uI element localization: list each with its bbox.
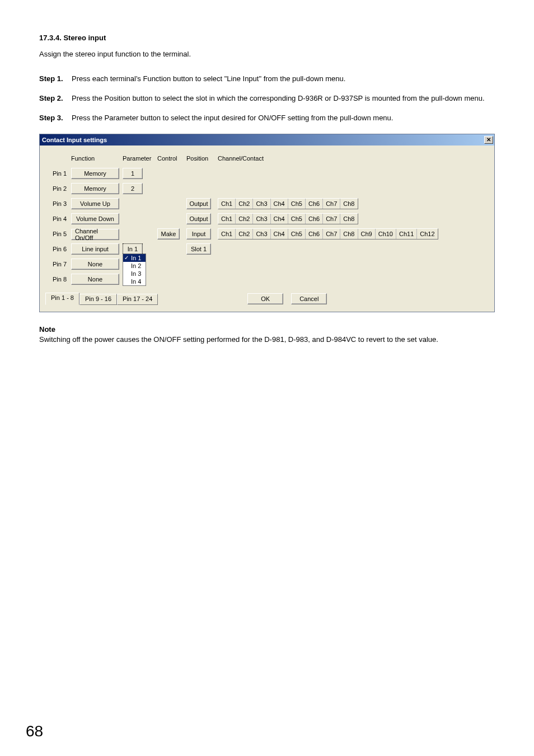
- channel-tab[interactable]: Ch11: [396, 229, 417, 239]
- note-heading: Note: [39, 325, 495, 335]
- intro-text: Assign the stereo input function to the …: [39, 50, 495, 58]
- pin-tab-9-16[interactable]: Pin 9 - 16: [79, 294, 117, 305]
- channel-tab[interactable]: Ch5: [288, 229, 306, 239]
- channel-tab[interactable]: Ch10: [376, 229, 396, 239]
- channel-tab[interactable]: Ch6: [306, 214, 323, 224]
- channel-tab[interactable]: Ch1: [218, 199, 236, 209]
- channel-tabs-12[interactable]: Ch1 Ch2 Ch3 Ch4 Ch5 Ch6 Ch7 Ch8 Ch9 Ch10…: [218, 228, 438, 240]
- channel-tab[interactable]: Ch4: [271, 229, 288, 239]
- pin-label: Pin 7: [45, 261, 71, 267]
- dropdown-item[interactable]: In 4: [123, 278, 146, 285]
- step-1: Step 1. Press each terminal's Function b…: [39, 74, 495, 84]
- dropdown-item[interactable]: In 1: [123, 254, 146, 262]
- step-label: Step 3.: [39, 113, 72, 124]
- channel-tab[interactable]: Ch2: [236, 199, 253, 209]
- channel-tabs-8[interactable]: Ch1 Ch2 Ch3 Ch4 Ch5 Ch6 Ch7 Ch8: [218, 213, 358, 224]
- function-button[interactable]: Volume Down: [71, 213, 119, 224]
- channel-tab[interactable]: Ch8: [340, 199, 357, 209]
- step-3: Step 3. Press the Parameter button to se…: [39, 113, 495, 124]
- function-button[interactable]: Volume Up: [71, 198, 119, 209]
- channel-tab[interactable]: Ch6: [306, 229, 323, 239]
- function-button[interactable]: None: [71, 259, 119, 270]
- header-parameter: Parameter: [123, 155, 157, 162]
- function-button[interactable]: Line input: [71, 243, 119, 255]
- control-button[interactable]: Make: [157, 228, 180, 240]
- pin-label: Pin 4: [45, 215, 71, 222]
- channel-tab[interactable]: Ch6: [306, 199, 323, 209]
- header-position: Position: [186, 155, 218, 162]
- channel-tab[interactable]: Ch2: [236, 214, 253, 224]
- ok-button[interactable]: OK: [247, 293, 283, 304]
- step-body: Press each terminal's Function button to…: [72, 74, 495, 84]
- channel-tab[interactable]: Ch5: [288, 199, 306, 209]
- header-function: Function: [71, 155, 123, 162]
- function-button[interactable]: Channel On/Off: [71, 229, 119, 240]
- pin-tab-1-8[interactable]: Pin 1 - 8: [45, 293, 79, 305]
- channel-tab[interactable]: Ch7: [323, 199, 340, 209]
- function-button[interactable]: Memory: [71, 168, 119, 179]
- channel-tab[interactable]: Ch5: [288, 214, 306, 224]
- channel-tabs-8[interactable]: Ch1 Ch2 Ch3 Ch4 Ch5 Ch6 Ch7 Ch8: [218, 198, 358, 209]
- pin-label: Pin 3: [45, 200, 71, 207]
- pin-row-5: Pin 5 Channel On/Off Make Input Ch1 Ch2 …: [45, 227, 489, 242]
- step-2: Step 2. Press the Position button to sel…: [39, 93, 495, 104]
- column-headers: Function Parameter Control Position Chan…: [45, 151, 489, 166]
- channel-tab[interactable]: Ch3: [253, 199, 270, 209]
- parameter-dropdown[interactable]: In 1 In 2 In 3 In 4: [123, 253, 146, 286]
- function-button[interactable]: None: [71, 274, 119, 285]
- channel-tab[interactable]: Ch12: [417, 229, 437, 239]
- position-button[interactable]: Output: [186, 198, 211, 209]
- parameter-button[interactable]: 1: [123, 168, 143, 179]
- channel-tab[interactable]: Ch1: [218, 229, 236, 239]
- dropdown-item[interactable]: In 2: [123, 262, 146, 270]
- section-title: Stereo input: [63, 34, 106, 42]
- position-button[interactable]: Output: [186, 213, 211, 224]
- pin-label: Pin 8: [45, 276, 71, 283]
- note-body: Switching off the power causes the ON/OF…: [39, 335, 495, 345]
- parameter-button[interactable]: 2: [123, 183, 143, 194]
- pin-label: Pin 2: [45, 185, 71, 192]
- channel-tab[interactable]: Ch7: [323, 229, 340, 239]
- pin-label: Pin 5: [45, 231, 71, 237]
- section-number: 17.3.4.: [39, 34, 62, 42]
- contact-input-settings-dialog: Contact Input settings ✕ Function Parame…: [39, 134, 495, 312]
- channel-tab[interactable]: Ch3: [253, 229, 270, 239]
- step-label: Step 1.: [39, 74, 72, 84]
- dialog-title: Contact Input settings: [42, 137, 107, 143]
- pin-tab-17-24[interactable]: Pin 17 - 24: [117, 294, 158, 305]
- note-block: Note Switching off the power causes the …: [39, 325, 495, 346]
- channel-tab[interactable]: Ch2: [236, 229, 253, 239]
- pin-row-8: Pin 8 None: [45, 272, 489, 287]
- pin-row-1: Pin 1 Memory 1: [45, 166, 489, 181]
- page-number: 68: [26, 722, 43, 740]
- channel-tab[interactable]: Ch9: [358, 229, 376, 239]
- close-icon[interactable]: ✕: [484, 136, 493, 144]
- step-label: Step 2.: [39, 93, 72, 104]
- titlebar[interactable]: Contact Input settings ✕: [40, 134, 494, 145]
- channel-tab[interactable]: Ch7: [323, 214, 340, 224]
- pin-range-tabs: Pin 1 - 8 Pin 9 - 16 Pin 17 - 24: [45, 293, 158, 305]
- pin-label: Pin 1: [45, 170, 71, 177]
- header-control: Control: [157, 155, 186, 162]
- pin-row-3: Pin 3 Volume Up Output Ch1 Ch2 Ch3 Ch4 C…: [45, 196, 489, 212]
- pin-row-4: Pin 4 Volume Down Output Ch1 Ch2 Ch3 Ch4…: [45, 212, 489, 227]
- channel-tab[interactable]: Ch4: [271, 214, 288, 224]
- step-body: Press the Parameter button to select the…: [72, 113, 495, 124]
- dropdown-item[interactable]: In 3: [123, 270, 146, 278]
- channel-tab[interactable]: Ch3: [253, 214, 270, 224]
- pin-row-2: Pin 2 Memory 2: [45, 181, 489, 196]
- channel-tab[interactable]: Ch1: [218, 214, 236, 224]
- cancel-button[interactable]: Cancel: [291, 293, 327, 304]
- header-channel: Channel/Contact: [218, 155, 489, 162]
- pin-label: Pin 6: [45, 246, 71, 252]
- position-button[interactable]: Slot 1: [186, 243, 211, 255]
- pin-row-6: Pin 6 Line input In 1 Slot 1: [45, 242, 489, 257]
- pin-row-7: Pin 7 None: [45, 257, 489, 272]
- function-button[interactable]: Memory: [71, 183, 119, 194]
- channel-tab[interactable]: Ch8: [340, 214, 357, 224]
- position-button[interactable]: Input: [186, 228, 211, 240]
- channel-tab[interactable]: Ch4: [271, 199, 288, 209]
- channel-tab[interactable]: Ch8: [340, 229, 358, 239]
- step-body: Press the Position button to select the …: [72, 93, 495, 104]
- section-heading: 17.3.4. Stereo input: [39, 34, 495, 42]
